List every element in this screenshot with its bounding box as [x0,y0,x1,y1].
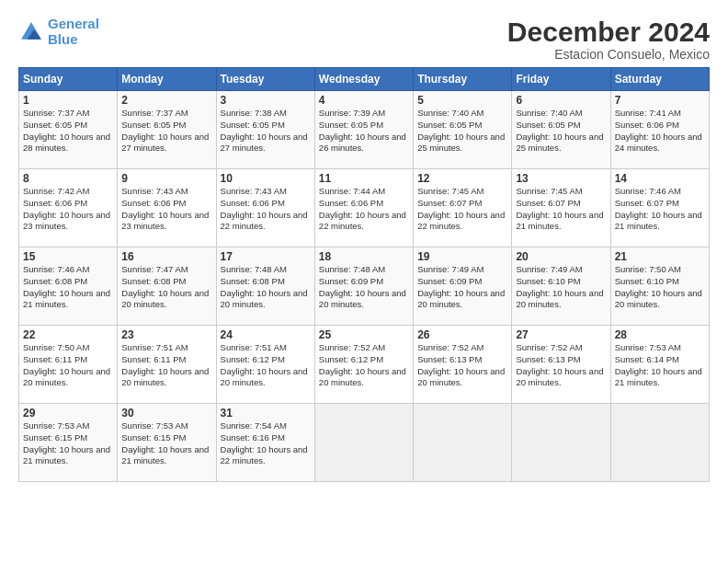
sunrise: Sunrise: 7:53 AM [615,342,681,352]
daylight: Daylight: 10 hours and 20 minutes. [615,288,702,310]
sunrise: Sunrise: 7:52 AM [516,342,582,352]
sunrise: Sunrise: 7:49 AM [417,264,483,274]
day-cell: 2 Sunrise: 7:37 AM Sunset: 6:05 PM Dayli… [118,91,216,169]
daylight: Daylight: 10 hours and 21 minutes. [615,366,702,388]
sunset: Sunset: 6:15 PM [23,432,87,442]
day-info: Sunrise: 7:42 AM Sunset: 6:06 PM Dayligh… [23,186,113,233]
calendar-table: Sunday Monday Tuesday Wednesday Thursday… [18,67,710,482]
daylight: Daylight: 10 hours and 28 minutes. [23,132,110,154]
day-cell: 11 Sunrise: 7:44 AM Sunset: 6:06 PM Dayl… [314,169,413,247]
daylight: Daylight: 10 hours and 20 minutes. [121,366,209,388]
day-number: 30 [121,407,211,419]
daylight: Daylight: 10 hours and 21 minutes. [23,444,110,466]
sunset: Sunset: 6:11 PM [23,354,87,364]
daylight: Daylight: 10 hours and 20 minutes. [319,288,406,310]
day-cell: 1 Sunrise: 7:37 AM Sunset: 6:05 PM Dayli… [19,91,118,169]
day-cell: 21 Sunrise: 7:50 AM Sunset: 6:10 PM Dayl… [610,247,709,326]
logo-line1: General [48,16,99,31]
day-number: 23 [121,328,211,341]
day-number: 1 [23,94,113,107]
day-number: 16 [121,250,211,263]
sunset: Sunset: 6:10 PM [615,276,679,286]
sunset: Sunset: 6:13 PM [516,354,580,364]
daylight: Daylight: 10 hours and 20 minutes. [417,288,505,310]
daylight: Daylight: 10 hours and 21 minutes. [23,288,110,310]
logo-icon [18,19,44,45]
daylight: Daylight: 10 hours and 20 minutes. [417,366,505,388]
day-info: Sunrise: 7:53 AM Sunset: 6:15 PM Dayligh… [23,420,113,467]
week-row-4: 22 Sunrise: 7:50 AM Sunset: 6:11 PM Dayl… [19,326,710,404]
sunset: Sunset: 6:16 PM [221,432,285,442]
sunset: Sunset: 6:05 PM [516,120,580,130]
day-info: Sunrise: 7:46 AM Sunset: 6:07 PM Dayligh… [615,186,705,233]
title-block: December 2024 Estacion Consuelo, Mexico [507,17,710,62]
day-cell: 18 Sunrise: 7:48 AM Sunset: 6:09 PM Dayl… [314,247,413,326]
header: General Blue December 2024 Estacion Cons… [18,17,710,62]
calendar-title: December 2024 [507,17,710,47]
day-info: Sunrise: 7:37 AM Sunset: 6:05 PM Dayligh… [23,108,113,155]
day-info: Sunrise: 7:54 AM Sunset: 6:16 PM Dayligh… [221,420,311,467]
day-info: Sunrise: 7:37 AM Sunset: 6:05 PM Dayligh… [121,108,211,155]
sunset: Sunset: 6:05 PM [319,120,383,130]
sunset: Sunset: 6:06 PM [121,198,186,208]
day-number: 8 [23,172,113,185]
day-cell: 19 Sunrise: 7:49 AM Sunset: 6:09 PM Dayl… [414,247,512,326]
daylight: Daylight: 10 hours and 25 minutes. [417,132,505,154]
sunset: Sunset: 6:14 PM [615,354,679,364]
sunrise: Sunrise: 7:46 AM [23,264,89,274]
daylight: Daylight: 10 hours and 22 minutes. [221,210,308,232]
sunrise: Sunrise: 7:45 AM [417,186,483,196]
sunset: Sunset: 6:06 PM [319,198,383,208]
sunrise: Sunrise: 7:43 AM [221,186,287,196]
col-sunday: Sunday [19,68,118,91]
day-number: 4 [319,94,409,107]
sunset: Sunset: 6:12 PM [319,354,383,364]
sunset: Sunset: 6:09 PM [319,276,383,286]
calendar-body: 1 Sunrise: 7:37 AM Sunset: 6:05 PM Dayli… [19,91,710,482]
sunset: Sunset: 6:08 PM [121,276,186,286]
day-cell [610,404,709,482]
sunrise: Sunrise: 7:37 AM [121,108,188,118]
day-number: 5 [417,94,507,107]
sunrise: Sunrise: 7:49 AM [516,264,582,274]
page: General Blue December 2024 Estacion Cons… [0,0,728,563]
day-cell: 26 Sunrise: 7:52 AM Sunset: 6:13 PM Dayl… [414,326,512,404]
sunrise: Sunrise: 7:53 AM [23,420,89,431]
day-cell: 5 Sunrise: 7:40 AM Sunset: 6:05 PM Dayli… [414,91,512,169]
sunrise: Sunrise: 7:47 AM [121,264,188,274]
day-info: Sunrise: 7:52 AM Sunset: 6:13 PM Dayligh… [516,342,606,389]
day-cell: 14 Sunrise: 7:46 AM Sunset: 6:07 PM Dayl… [610,169,709,247]
daylight: Daylight: 10 hours and 27 minutes. [121,132,209,154]
day-number: 11 [319,172,409,185]
sunrise: Sunrise: 7:42 AM [23,186,89,196]
day-info: Sunrise: 7:50 AM Sunset: 6:11 PM Dayligh… [23,342,113,389]
day-cell [512,404,610,482]
sunrise: Sunrise: 7:43 AM [121,186,188,196]
daylight: Daylight: 10 hours and 23 minutes. [23,210,110,232]
header-row: Sunday Monday Tuesday Wednesday Thursday… [19,68,710,91]
sunset: Sunset: 6:05 PM [417,120,482,130]
day-cell: 31 Sunrise: 7:54 AM Sunset: 6:16 PM Dayl… [216,404,314,482]
col-wednesday: Wednesday [314,68,413,91]
day-info: Sunrise: 7:47 AM Sunset: 6:08 PM Dayligh… [121,264,211,311]
day-info: Sunrise: 7:39 AM Sunset: 6:05 PM Dayligh… [319,108,409,155]
daylight: Daylight: 10 hours and 20 minutes. [121,288,209,310]
day-info: Sunrise: 7:51 AM Sunset: 6:12 PM Dayligh… [221,342,311,389]
sunrise: Sunrise: 7:44 AM [319,186,385,196]
day-cell: 6 Sunrise: 7:40 AM Sunset: 6:05 PM Dayli… [512,91,610,169]
day-cell: 27 Sunrise: 7:52 AM Sunset: 6:13 PM Dayl… [512,326,610,404]
day-info: Sunrise: 7:44 AM Sunset: 6:06 PM Dayligh… [319,186,409,233]
week-row-3: 15 Sunrise: 7:46 AM Sunset: 6:08 PM Dayl… [19,247,710,326]
day-cell: 8 Sunrise: 7:42 AM Sunset: 6:06 PM Dayli… [19,169,118,247]
sunset: Sunset: 6:08 PM [221,276,285,286]
day-number: 31 [221,407,311,419]
calendar-subtitle: Estacion Consuelo, Mexico [507,47,710,62]
day-number: 21 [615,250,705,263]
sunrise: Sunrise: 7:38 AM [221,108,287,118]
day-info: Sunrise: 7:43 AM Sunset: 6:06 PM Dayligh… [121,186,211,233]
day-number: 29 [23,407,113,419]
day-cell: 24 Sunrise: 7:51 AM Sunset: 6:12 PM Dayl… [216,326,314,404]
day-number: 18 [319,250,409,263]
day-info: Sunrise: 7:48 AM Sunset: 6:08 PM Dayligh… [221,264,311,311]
day-info: Sunrise: 7:52 AM Sunset: 6:13 PM Dayligh… [417,342,507,389]
